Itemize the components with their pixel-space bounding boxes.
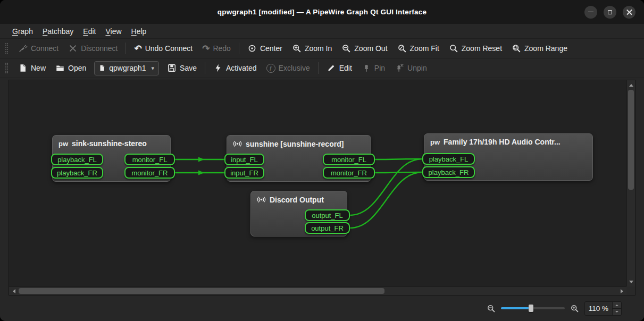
center-label: Center [260, 44, 282, 53]
arrow-down-icon [629, 281, 633, 285]
scroll-left-button[interactable] [9, 287, 18, 295]
statusbar: 110 % [0, 295, 644, 321]
disconnect-label: Disconnect [81, 44, 118, 53]
zoom-slider[interactable] [501, 303, 565, 313]
zoom-spin-up-button[interactable] [613, 302, 621, 308]
toolbar-file: New Open qpwgraph1 ▾ Save Ac [0, 58, 644, 78]
connection-wire[interactable] [375, 172, 422, 173]
menu-view[interactable]: View [101, 26, 126, 37]
toolbar-separator [126, 43, 126, 54]
redo-label: Redo [213, 44, 230, 53]
activated-button[interactable]: Activated [208, 61, 262, 75]
zoom-fit-button[interactable]: Zoom Fit [392, 41, 444, 56]
menu-patchbay[interactable]: Patchbay [38, 26, 78, 37]
zoom-out-label: Zoom Out [354, 44, 387, 53]
zoom-spin-buttons [612, 302, 621, 315]
undo-icon: ↶ [134, 44, 141, 53]
connect-button: Connect [13, 41, 63, 56]
undo-connect-button[interactable]: ↶ Undo Connect [129, 41, 197, 56]
connection-wire[interactable] [375, 159, 422, 159]
zoom-reset-button[interactable]: Zoom Reset [444, 41, 507, 56]
menu-graph-accel: G [12, 27, 18, 36]
zoom-range-button[interactable]: Zoom Range [507, 41, 572, 56]
port-output-fl[interactable]: output_FL [305, 209, 350, 221]
scroll-right-button[interactable] [618, 287, 626, 295]
port-playback-fr[interactable]: playback_FR [422, 166, 475, 178]
open-button[interactable]: Open [51, 61, 91, 75]
arrow-up-icon [615, 303, 618, 306]
edit-button[interactable]: Edit [322, 61, 357, 75]
connect-icon [18, 44, 28, 53]
pipewire-icon: pw [58, 140, 68, 147]
vertical-scrollbar-thumb[interactable] [628, 90, 634, 190]
record-icon [233, 139, 242, 148]
app-window: qpwgraph1 [modified] — A PipeWire Graph … [0, 0, 644, 321]
zoom-range-icon [512, 44, 521, 53]
activated-bolt-icon [213, 63, 223, 73]
menu-edit-accel: E [83, 27, 88, 36]
zoom-out-icon [341, 44, 351, 53]
menu-graph[interactable]: Graph [7, 26, 38, 37]
horizontal-scrollbar[interactable] [9, 286, 626, 295]
connection-arrow-icon [198, 171, 204, 175]
menu-view-accel: V [105, 27, 110, 36]
menu-help[interactable]: Help [127, 26, 152, 37]
menu-view-label: iew [111, 27, 122, 36]
save-icon [167, 63, 177, 73]
minimize-button[interactable] [584, 6, 597, 19]
redo-button: ↷ Redo [197, 41, 236, 56]
toolbar-separator [318, 62, 319, 74]
maximize-button[interactable] [604, 6, 616, 19]
new-button[interactable]: New [13, 61, 51, 75]
toolbar-separator [205, 62, 205, 74]
minimize-icon [588, 12, 593, 13]
zoom-value: 110 % [585, 302, 612, 315]
close-button[interactable] [623, 6, 635, 19]
node-header: pw sink-sunshine-stereo [53, 136, 170, 148]
port-playback-fr[interactable]: playback_FR [51, 167, 103, 179]
horizontal-scrollbar-thumb[interactable] [19, 288, 384, 294]
port-playback-fl[interactable]: playback_FL [422, 153, 475, 165]
patchbay-file-icon [98, 64, 106, 72]
connections-layer [9, 80, 626, 286]
new-file-icon [18, 63, 28, 73]
save-label: Save [180, 64, 197, 72]
zoom-range-label: Zoom Range [524, 44, 567, 53]
edit-label: Edit [339, 64, 352, 72]
menu-edit[interactable]: Edit [78, 26, 101, 37]
zoom-spin-down-button[interactable] [613, 308, 621, 315]
port-input-fr[interactable]: input_FR [224, 167, 264, 179]
exclusive-label: Exclusive [279, 64, 310, 72]
zoom-in-button[interactable]: Zoom In [287, 41, 337, 56]
zoom-out-status-icon[interactable] [487, 304, 496, 313]
port-playback-fl[interactable]: playback_FL [51, 154, 103, 165]
graph-canvas[interactable]: pw sink-sunshine-stereo playback_FL play… [9, 80, 626, 286]
node-header: Discord Output [251, 191, 347, 204]
port-monitor-fl[interactable]: monitor_FL [323, 154, 375, 165]
port-monitor-fr[interactable]: monitor_FR [323, 167, 375, 179]
scroll-up-button[interactable] [627, 80, 635, 89]
window-title: qpwgraph1 [modified] — A PipeWire Graph … [218, 8, 426, 16]
zoom-slider-handle[interactable] [529, 305, 533, 312]
pin-icon [362, 63, 371, 73]
menu-edit-label: dit [88, 27, 96, 36]
titlebar[interactable]: qpwgraph1 [modified] — A PipeWire Graph … [0, 0, 644, 24]
zoom-slider-fill [501, 307, 530, 309]
zoom-in-status-icon[interactable] [570, 304, 579, 313]
scroll-down-button[interactable] [627, 278, 635, 286]
port-output-fr[interactable]: output_FR [305, 222, 350, 234]
zoom-spinbox[interactable]: 110 % [584, 301, 622, 316]
toolbar-graph: Connect Disconnect ↶ Undo Connect ↷ Redo… [0, 39, 644, 58]
zoom-out-button[interactable]: Zoom Out [337, 41, 392, 56]
patchbay-combo[interactable]: qpwgraph1 ▾ [94, 61, 159, 75]
save-button[interactable]: Save [162, 61, 202, 75]
port-monitor-fl[interactable]: monitor_FL [124, 154, 175, 165]
toolbar-handle[interactable] [5, 43, 8, 54]
toolbar-handle[interactable] [5, 63, 8, 73]
pin-label: Pin [374, 64, 385, 72]
vertical-scrollbar[interactable] [626, 80, 635, 286]
port-input-fl[interactable]: input_FL [224, 154, 264, 165]
center-button[interactable]: Center [242, 41, 287, 56]
port-monitor-fr[interactable]: monitor_FR [124, 167, 175, 179]
node-title: Family 17h/19h HD Audio Contr... [444, 138, 561, 146]
